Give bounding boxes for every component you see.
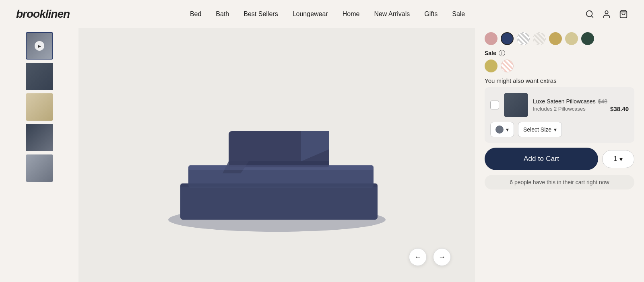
extras-selectors: ▾ Select Size ▾ [490,122,629,137]
extras-section: You might also want extras Luxe Sateen P… [485,77,634,143]
size-chevron-icon: ▾ [554,126,557,133]
user-icon [602,10,611,19]
main-image-area: ← → [78,28,475,282]
swatch-sand[interactable] [565,32,578,45]
nav-sale[interactable]: Sale [452,9,465,19]
extras-title: You might also want extras [485,77,634,84]
thumbnail-2[interactable] [26,63,53,90]
prev-arrow-icon: ← [414,253,421,261]
extras-top: Luxe Sateen Pillowcases $48 Includes 2 P… [490,93,629,117]
swatch-olive-sale[interactable] [485,60,497,72]
sale-label: Sale i [485,50,634,56]
extras-info: Luxe Sateen Pillowcases $48 Includes 2 P… [533,98,629,112]
extras-sub: Includes 2 Pillowcases [533,106,586,112]
swatch-striped-light[interactable] [533,32,546,45]
extras-checkbox[interactable] [490,101,499,109]
main-content: ▶ ← [0,28,644,282]
header: brooklinen Bed Bath Best Sellers Loungew… [0,0,644,28]
main-nav: Bed Bath Best Sellers Loungewear Home Ne… [190,9,465,19]
nav-new-arrivals[interactable]: New Arrivals [374,9,410,19]
cart-button[interactable] [619,10,628,19]
thumbnail-3[interactable] [26,93,53,121]
nav-best-sellers[interactable]: Best Sellers [244,9,278,19]
nav-bath[interactable]: Bath [216,9,229,19]
swatch-navy[interactable] [501,32,514,45]
svg-rect-5 [180,183,378,220]
search-icon [585,10,594,19]
size-selector[interactable]: Select Size ▾ [518,122,562,137]
color-selector[interactable]: ▾ [490,122,514,137]
extras-sub-price-row: Includes 2 Pillowcases $38.40 [533,105,629,112]
nav-gifts[interactable]: Gifts [424,9,438,19]
extras-name-price-row: Luxe Sateen Pillowcases $48 [533,98,629,105]
swatch-dusty-rose[interactable] [485,32,497,45]
account-button[interactable] [602,10,611,19]
add-to-cart-button[interactable]: Add to Cart [485,148,598,170]
color-swatch-row [485,32,634,45]
extras-card: Luxe Sateen Pillowcases $48 Includes 2 P… [485,87,634,143]
swatch-tan[interactable] [549,32,562,45]
size-label: Select Size [523,126,551,133]
extras-orig-price: $48 [598,98,607,105]
extras-sale-price: $38.40 [610,105,629,112]
sale-swatch-row [485,60,634,72]
sale-info-icon[interactable]: i [499,50,505,56]
product-image [156,71,398,240]
quantity-chevron-icon: ▾ [619,155,623,163]
svg-line-1 [591,16,593,17]
quantity-value: 1 [614,155,617,163]
color-dot [495,126,504,134]
svg-point-2 [605,10,608,13]
add-to-cart-area: Add to Cart 1 ▾ [485,148,634,170]
next-arrow[interactable]: → [433,248,451,266]
sale-section: Sale i [485,50,634,72]
thumbnail-4[interactable] [26,124,53,151]
swatch-dark-green[interactable] [581,32,594,45]
nav-home[interactable]: Home [343,9,360,19]
thumbnail-sidebar: ▶ [0,28,78,282]
extras-product-image [504,93,528,117]
next-arrow-icon: → [438,253,446,261]
chevron-down-icon: ▾ [506,126,509,133]
svg-rect-12 [180,183,378,187]
search-button[interactable] [585,10,594,19]
play-icon: ▶ [35,41,44,51]
extras-name: Luxe Sateen Pillowcases [533,98,596,105]
sale-text: Sale [485,50,496,56]
nav-loungewear[interactable]: Loungewear [293,9,328,19]
header-icons [585,10,628,19]
logo: brooklinen [16,8,70,21]
swatch-striped[interactable] [517,32,530,45]
cart-icon [619,10,628,19]
swatch-pink-stripe-sale[interactable] [501,60,514,72]
nav-bed[interactable]: Bed [190,9,201,19]
social-proof: 6 people have this in their cart right n… [485,175,634,189]
svg-rect-11 [188,165,374,170]
thumbnail-5[interactable] [26,154,53,182]
right-panel: Sale i You might also want extras Luxe S… [475,28,644,282]
thumbnail-1[interactable]: ▶ [26,32,53,60]
prev-arrow[interactable]: ← [409,248,427,266]
quantity-selector[interactable]: 1 ▾ [602,150,634,168]
